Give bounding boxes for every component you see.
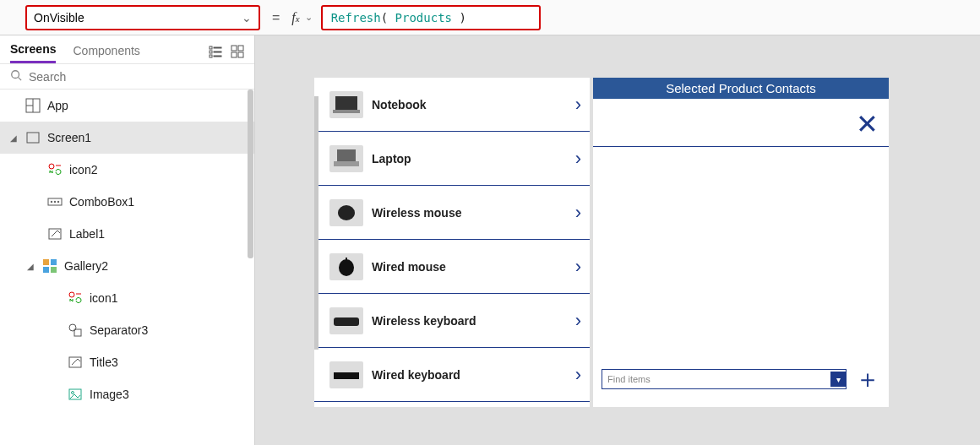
formula-bar: OnVisible ⌄ = fx ⌄ Refresh( Products )	[0, 0, 980, 35]
formula-input[interactable]: Refresh( Products )	[321, 5, 541, 30]
product-thumbnail	[329, 91, 363, 118]
product-gallery[interactable]: Notebook › Laptop › Wireless mouse › Wir…	[314, 78, 593, 407]
gallery-item[interactable]: Notebook ›	[314, 78, 590, 132]
tree-title3[interactable]: Title3	[0, 346, 254, 378]
canvas-area: Notebook › Laptop › Wireless mouse › Wir…	[255, 35, 980, 445]
scrollbar[interactable]	[248, 90, 253, 258]
tree-label: ComboBox1	[69, 195, 134, 209]
svg-rect-29	[69, 357, 81, 367]
tree-label: Screen1	[47, 131, 91, 144]
gallery-item[interactable]: Wireless keyboard ›	[314, 294, 590, 348]
icon-control-icon	[68, 290, 83, 306]
svg-rect-38	[346, 258, 347, 263]
tree-label: Separator3	[90, 323, 148, 337]
selected-contacts-panel: Selected Product Contacts ✕ Find items ▾…	[593, 78, 889, 407]
svg-rect-6	[231, 46, 237, 51]
search-icon	[10, 69, 22, 84]
chevron-right-icon[interactable]: ›	[575, 148, 581, 170]
fx-icon[interactable]: fx	[291, 10, 299, 25]
panel-header: Selected Product Contacts	[593, 78, 889, 99]
tree-separator3[interactable]: Separator3	[0, 314, 254, 346]
product-label: Notebook	[372, 98, 567, 111]
divider	[593, 146, 889, 147]
list-view-icon[interactable]	[209, 45, 222, 61]
scrollbar[interactable]	[314, 96, 318, 350]
product-label: Laptop	[372, 152, 567, 166]
svg-point-16	[49, 164, 54, 169]
combobox-placeholder: Find items	[607, 374, 651, 384]
expand-icon[interactable]: ◢	[27, 262, 35, 271]
find-items-combobox[interactable]: Find items ▾	[602, 369, 847, 389]
svg-point-20	[57, 201, 59, 203]
svg-rect-32	[335, 96, 357, 110]
svg-rect-3	[214, 52, 221, 52]
svg-line-11	[19, 78, 22, 81]
formula-datasource: Products	[395, 11, 452, 24]
svg-rect-0	[210, 46, 212, 49]
svg-rect-8	[231, 52, 237, 57]
gallery-item[interactable]: Wireless mouse ›	[314, 186, 590, 240]
image-icon	[68, 387, 83, 402]
product-thumbnail	[329, 361, 363, 388]
search-input[interactable]	[29, 70, 244, 84]
chevron-right-icon[interactable]: ›	[575, 94, 581, 116]
chevron-down-icon[interactable]: ⌄	[305, 12, 313, 23]
svg-rect-39	[334, 317, 359, 326]
chevron-down-icon[interactable]: ▾	[830, 372, 846, 387]
svg-rect-35	[334, 161, 359, 166]
chevron-right-icon[interactable]: ›	[575, 310, 581, 332]
tree-tabs: Screens Components	[0, 35, 254, 63]
app-icon	[25, 98, 41, 113]
tab-screens[interactable]: Screens	[10, 42, 56, 63]
svg-rect-5	[214, 56, 221, 57]
gallery-item[interactable]: Wired keyboard ›	[314, 348, 590, 402]
tree-label: App	[47, 99, 68, 112]
panel-footer: Find items ▾ ＋	[593, 360, 889, 407]
tree-combobox1[interactable]: ComboBox1	[0, 186, 254, 218]
svg-rect-25	[51, 267, 57, 273]
svg-rect-24	[43, 267, 49, 273]
expand-icon[interactable]: ◢	[10, 133, 19, 143]
tree-screen1[interactable]: ◢ Screen1	[0, 122, 254, 154]
icon-control-icon	[47, 162, 63, 177]
chevron-right-icon[interactable]: ›	[575, 256, 581, 278]
separator-icon	[68, 323, 83, 338]
svg-rect-9	[238, 52, 243, 57]
equals-sign: =	[269, 10, 283, 25]
tree-label: Title3	[90, 355, 118, 369]
product-label: Wireless mouse	[372, 206, 567, 220]
chevron-right-icon[interactable]: ›	[575, 364, 581, 386]
gallery-item[interactable]: Wired mouse ›	[314, 240, 590, 294]
gallery-item[interactable]: Laptop ›	[314, 132, 590, 186]
svg-rect-7	[238, 46, 243, 51]
app-screen[interactable]: Notebook › Laptop › Wireless mouse › Wir…	[314, 78, 889, 407]
tree-icon2[interactable]: icon2	[0, 154, 254, 186]
add-icon[interactable]: ＋	[855, 366, 880, 392]
tree-label: Label1	[69, 227, 105, 241]
product-thumbnail	[329, 253, 363, 280]
product-thumbnail	[329, 307, 363, 334]
tree-image3[interactable]: Image3	[0, 378, 254, 410]
grid-view-icon[interactable]	[231, 45, 244, 61]
tree-icon1[interactable]: icon1	[0, 282, 254, 314]
svg-rect-22	[43, 259, 49, 265]
chevron-down-icon: ⌄	[242, 11, 252, 24]
chevron-right-icon[interactable]: ›	[575, 202, 581, 224]
formula-function: Refresh	[331, 11, 381, 24]
tree-label: Image3	[90, 388, 129, 401]
svg-rect-33	[333, 110, 360, 113]
tree-label1[interactable]: Label1	[0, 218, 254, 250]
property-selector[interactable]: OnVisible ⌄	[25, 5, 260, 30]
svg-point-27	[69, 324, 76, 331]
fx-section: fx ⌄	[291, 10, 312, 25]
gallery-icon	[42, 258, 57, 274]
close-icon[interactable]: ✕	[856, 108, 879, 140]
tree-app[interactable]: App	[0, 90, 254, 122]
screen-icon	[25, 130, 41, 145]
property-name: OnVisible	[34, 11, 84, 24]
tab-components[interactable]: Components	[73, 44, 139, 62]
label-icon	[47, 226, 63, 241]
tree-label: Gallery2	[64, 259, 108, 273]
tree-gallery2[interactable]: ◢ Gallery2	[0, 250, 254, 282]
product-thumbnail	[329, 145, 363, 172]
